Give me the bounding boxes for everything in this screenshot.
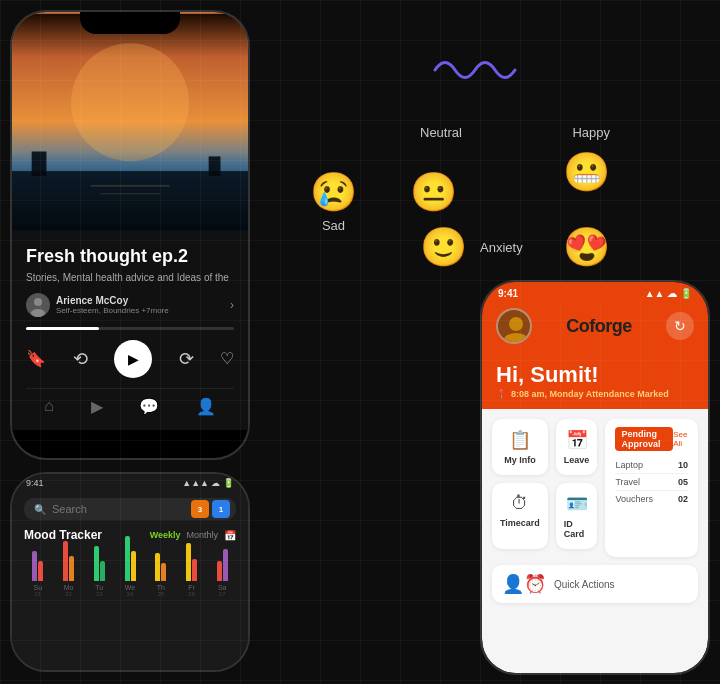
mood-day-we: We 24 <box>116 531 144 597</box>
mood-day-su: Su 21 <box>24 531 52 597</box>
coforge-phone: 9:41 ▲▲▲ ☁ 🔋 Coforge ↻ Hi, Sumit! 📍 8:08… <box>480 280 710 675</box>
coforge-action-grid: 📋 My Info 📅 Leave ⏱ Timecard 🪪 ID Card <box>492 419 597 549</box>
podcast-author-name: Arience McCoy <box>56 295 230 306</box>
bottom-icon-1: 👤⏰ <box>502 573 546 595</box>
heart-icon[interactable]: ♡ <box>220 349 234 368</box>
my-info-icon: 📋 <box>509 429 531 451</box>
podcast-subtitle: Stories, Mental health advice and Ideas … <box>26 272 234 283</box>
neutral-label: Neutral <box>420 125 462 140</box>
leave-card[interactable]: 📅 Leave <box>556 419 598 475</box>
date-label-mo: 22 <box>65 591 72 597</box>
emotion-happy-emoji: 😬 <box>563 150 610 194</box>
pending-vouchers: Vouchers 02 <box>615 491 688 507</box>
coforge-header: Coforge ↻ <box>482 302 708 358</box>
mood-phone-bg: 9:41 ▲▲▲ ☁ 🔋 🔍 Search 3 1 Mood Tracker W… <box>12 474 248 670</box>
forward-30-icon[interactable]: ⟳ <box>179 348 194 370</box>
date-label-fr: 26 <box>188 591 195 597</box>
coforge-logo-c: C <box>566 316 579 336</box>
rewind-10-icon[interactable]: ⟲ <box>73 348 88 370</box>
pending-travel-label: Travel <box>615 477 640 487</box>
date-label-tu: 23 <box>96 591 103 597</box>
notification-badge-1[interactable]: 3 <box>191 500 209 518</box>
attendance-text: 8:08 am, Monday Attendance Marked <box>511 389 669 399</box>
pending-vouchers-count: 02 <box>678 494 688 504</box>
coforge-main-content: 📋 My Info 📅 Leave ⏱ Timecard 🪪 ID Card <box>482 409 708 673</box>
date-label-we: 24 <box>127 591 134 597</box>
mood-day-tu: Tu 23 <box>85 531 113 597</box>
podcast-info-panel: Fresh thought ep.2 Stories, Mental healt… <box>12 232 248 430</box>
coforge-logo-icon[interactable]: ↻ <box>666 312 694 340</box>
notification-badges: 3 1 <box>191 500 230 518</box>
pending-laptop: Laptop 10 <box>615 457 688 474</box>
emotion-layout: 😢 Sad Neutral 😐 Happy 😬 🙂 Anxiety 😍 <box>300 110 620 270</box>
play-button[interactable]: ▶ <box>114 340 152 378</box>
status-time: 9:41 <box>26 478 44 488</box>
mood-tracker-phone: 9:41 ▲▲▲ ☁ 🔋 🔍 Search 3 1 Mood Tracker W… <box>10 472 250 672</box>
user-avatar[interactable] <box>496 308 532 344</box>
pending-laptop-label: Laptop <box>615 460 643 470</box>
video-icon[interactable]: ▶ <box>91 397 103 416</box>
pending-approval-panel: Pending Approval See All Laptop 10 Trave… <box>605 419 698 557</box>
leave-icon: 📅 <box>566 429 588 451</box>
timecard-card[interactable]: ⏱ Timecard <box>492 483 548 549</box>
emotion-neutral-small: 🙂 <box>420 225 467 269</box>
search-icon: 🔍 <box>34 504 46 515</box>
day-label-th: Th <box>157 584 165 591</box>
id-card-label: ID Card <box>564 519 590 539</box>
chevron-right-icon[interactable]: › <box>230 298 234 312</box>
podcast-progress-bar[interactable] <box>26 327 234 330</box>
coforge-notch <box>545 282 645 304</box>
podcast-title: Fresh thought ep.2 <box>26 246 234 268</box>
attendance-status: 📍 8:08 am, Monday Attendance Marked <box>496 389 694 399</box>
neutral-emoji: 😐 <box>410 171 457 213</box>
timecard-icon: ⏱ <box>511 493 529 514</box>
greeting-text: Hi, Sumit! <box>496 362 694 388</box>
timecard-label: Timecard <box>500 518 540 528</box>
bookmark-icon[interactable]: 🔖 <box>26 349 46 368</box>
coforge-greeting: Hi, Sumit! 📍 8:08 am, Monday Attendance … <box>482 358 708 409</box>
emotion-neutral-label-area: Neutral <box>420 125 462 140</box>
mood-day-fr: Fr 26 <box>178 531 206 597</box>
mood-content: 🔍 Search 3 1 Mood Tracker Weekly Monthly… <box>12 490 248 621</box>
emotion-anxiety-label-area: Anxiety <box>480 238 523 256</box>
mood-day-th: Th 25 <box>147 531 175 597</box>
chat-icon[interactable]: 💬 <box>139 397 159 416</box>
pending-travel-count: 05 <box>678 477 688 487</box>
emotion-neutral-emoji: 😐 <box>410 170 457 214</box>
leave-label: Leave <box>564 455 590 465</box>
image-gradient-overlay <box>12 152 248 232</box>
svg-point-10 <box>509 317 523 331</box>
search-bar[interactable]: 🔍 Search 3 1 <box>24 498 236 520</box>
phone-notch <box>80 12 180 34</box>
wave-icon-container <box>300 50 650 90</box>
coforge-logo: Coforge <box>566 316 632 337</box>
bottom-text: Quick Actions <box>554 579 615 590</box>
sad-label: Sad <box>322 218 345 233</box>
emotion-sad: 😢 Sad <box>310 170 357 233</box>
date-label-th: 25 <box>157 591 164 597</box>
my-info-label: My Info <box>504 455 536 465</box>
search-placeholder: Search <box>52 503 87 515</box>
see-all-link[interactable]: See All <box>673 430 688 448</box>
my-info-card[interactable]: 📋 My Info <box>492 419 548 475</box>
location-icon: 📍 <box>496 389 507 399</box>
mood-day-mo: Mo 22 <box>55 531 83 597</box>
mood-status-bar: 9:41 ▲▲▲ ☁ 🔋 <box>12 474 248 490</box>
emotion-happy-label-area: Happy <box>572 125 610 140</box>
svg-point-8 <box>34 298 42 306</box>
emotion-love-emoji: 😍 <box>563 225 610 269</box>
profile-icon[interactable]: 👤 <box>196 397 216 416</box>
podcast-controls: 🔖 ⟲ ▶ ⟳ ♡ <box>26 340 234 378</box>
podcast-author-avatar <box>26 293 50 317</box>
day-label-fr: Fr <box>188 584 195 591</box>
happy-emoji: 😬 <box>563 151 610 193</box>
day-label-sa: Sa <box>218 584 227 591</box>
home-icon[interactable]: ⌂ <box>44 397 54 415</box>
pending-vouchers-label: Vouchers <box>615 494 653 504</box>
notification-badge-2[interactable]: 1 <box>212 500 230 518</box>
svg-point-1 <box>71 43 189 161</box>
day-label-we: We <box>125 584 135 591</box>
id-card-card[interactable]: 🪪 ID Card <box>556 483 598 549</box>
pending-header: Pending Approval See All <box>615 427 688 451</box>
coforge-time: 9:41 <box>498 288 518 299</box>
